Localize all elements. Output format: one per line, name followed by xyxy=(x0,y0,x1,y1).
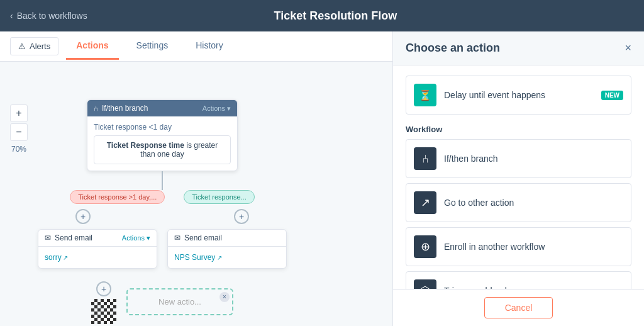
webhook-action-icon: ⬡ xyxy=(414,279,436,289)
canvas: + − 70% ⑃ If/then branch Actions ▾ xyxy=(0,62,392,326)
panel-title: Choose an action xyxy=(406,42,500,55)
webhook-action-item[interactable]: ⬡ Trigger webhook xyxy=(406,271,631,289)
cancel-button[interactable]: Cancel xyxy=(484,297,553,318)
workflow-section-label: Workflow xyxy=(406,125,631,134)
send-email-node-1[interactable]: ✉ Send email Actions ▾ sorry xyxy=(38,229,157,269)
delay-action-item[interactable]: ⏳ Delay until event happens NEW xyxy=(406,76,631,115)
if-then-action-icon: ⑃ xyxy=(414,147,436,170)
back-label: Back to workflows xyxy=(17,11,87,21)
send-email-header-2: ✉ Send email xyxy=(168,230,286,247)
condition-box: Ticket Response time is greater than one… xyxy=(94,135,231,164)
right-panel: Choose an action × ⏳ Delay until event h… xyxy=(392,31,644,326)
branch-label-red: Ticket response >1 day,... xyxy=(70,190,165,204)
if-then-action-item[interactable]: ⑃ If/then branch xyxy=(406,139,631,178)
tab-settings[interactable]: Settings xyxy=(126,33,179,60)
add-button-2[interactable]: + xyxy=(234,209,249,224)
top-nav: ‹ Back to workflows Ticket Resolution Fl… xyxy=(0,0,644,31)
email-icon-1: ✉ xyxy=(45,233,51,242)
page-title: Ticket Resolution Flow xyxy=(87,9,634,23)
condition-label: Ticket response <1 day xyxy=(94,123,231,132)
panel-close-button[interactable]: × xyxy=(625,42,631,55)
zoom-out-button[interactable]: − xyxy=(10,123,28,141)
if-then-node[interactable]: ⑃ If/then branch Actions ▾ Ticket respon… xyxy=(87,99,238,171)
add-button-1[interactable]: + xyxy=(75,209,91,224)
enroll-action-item[interactable]: ⊕ Enroll in another workflow xyxy=(406,227,631,266)
send-email-actions-1[interactable]: Actions ▾ xyxy=(122,234,150,242)
tabs-bar: ⚠ Alerts Actions Settings History xyxy=(0,31,392,62)
enroll-action-label: Enroll in another workflow xyxy=(444,242,545,252)
back-button[interactable]: ‹ Back to workflows xyxy=(10,11,87,21)
email-link-2: NPS Survey xyxy=(174,253,222,262)
send-email-label-1: Send email xyxy=(55,233,92,242)
condition-text: Ticket Response time is greater than one… xyxy=(107,141,218,159)
alert-icon: ⚠ xyxy=(18,42,26,51)
send-email-header-1: ✉ Send email Actions ▾ xyxy=(38,230,157,247)
alerts-button[interactable]: ⚠ Alerts xyxy=(10,37,58,55)
node-header: ⑃ If/then branch Actions ▾ xyxy=(87,100,237,116)
workflow-area: ⚠ Alerts Actions Settings History + − 70… xyxy=(0,31,392,326)
send-email-label-2: Send email xyxy=(184,233,222,242)
alerts-label: Alerts xyxy=(30,42,50,51)
zoom-in-button[interactable]: + xyxy=(10,104,28,122)
new-badge: NEW xyxy=(601,91,623,100)
panel-body: ⏳ Delay until event happens NEW Workflow… xyxy=(393,65,644,289)
workflow-nodes: ⑃ If/then branch Actions ▾ Ticket respon… xyxy=(38,99,287,324)
delay-icon: ⏳ xyxy=(414,84,436,106)
zoom-level: 70% xyxy=(11,145,26,154)
email-link-1[interactable]: sorry xyxy=(45,253,68,262)
goto-action-label: Go to other action xyxy=(444,198,514,208)
email-icon-2: ✉ xyxy=(174,233,180,242)
close-new-action[interactable]: × xyxy=(219,292,230,302)
if-then-action-label: If/then branch xyxy=(444,154,498,164)
chevron-left-icon: ‹ xyxy=(10,11,13,21)
panel-footer: Cancel xyxy=(393,289,644,326)
enroll-action-icon: ⊕ xyxy=(414,235,436,258)
delay-label: Delay until event happens xyxy=(444,90,545,100)
goto-action-item[interactable]: ↗ Go to other action xyxy=(406,183,631,222)
send-email-node-2[interactable]: ✉ Send email NPS Survey xyxy=(167,229,287,269)
add-button-3[interactable]: + xyxy=(96,281,111,296)
node-actions-link[interactable]: Actions ▾ xyxy=(203,104,231,113)
goto-action-icon: ↗ xyxy=(414,191,436,214)
checker-placeholder xyxy=(91,299,116,324)
branch-icon: ⑃ xyxy=(94,104,98,113)
new-action-box[interactable]: × New actio... xyxy=(126,288,233,315)
tab-actions[interactable]: Actions xyxy=(66,33,118,60)
zoom-controls: + − 70% xyxy=(10,104,28,154)
branch-label-teal: Ticket response... xyxy=(184,190,254,204)
main-area: ⚠ Alerts Actions Settings History + − 70… xyxy=(0,31,644,326)
tab-history[interactable]: History xyxy=(186,33,233,60)
if-then-label: If/then branch xyxy=(102,104,148,113)
connector-line-1 xyxy=(162,171,163,190)
panel-header: Choose an action × xyxy=(393,31,644,65)
new-action-label: New actio... xyxy=(158,297,201,306)
